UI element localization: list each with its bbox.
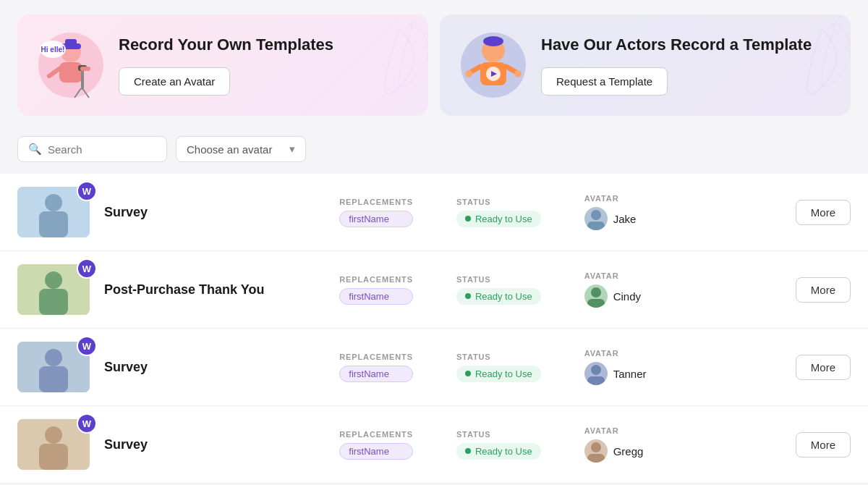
replacements-group: REPLACEMENTS firstName [339,275,413,305]
avatar-label: AVATAR [584,271,641,280]
avatar-label: AVATAR [584,349,647,358]
avatar-group-meta: AVATAR Cindy [584,271,641,308]
status-group: STATUS Ready to Use [456,430,541,460]
own-templates-banner: Hi elle! Record Your Own Templates Creat… [17,14,428,116]
avatar-name: Gregg [613,445,644,457]
template-thumb-wrap: W [17,264,90,315]
template-thumb-wrap: W [17,342,90,392]
svg-rect-3 [65,39,77,46]
template-meta: REPLACEMENTS firstName STATUS Ready to U… [339,349,781,385]
watermark-badge: W [77,181,97,201]
status-text: Ready to Use [475,291,532,302]
status-label: STATUS [456,275,541,284]
status-dot [465,293,471,299]
template-thumb-wrap: W [17,187,90,237]
template-meta: REPLACEMENTS firstName STATUS Ready to U… [339,271,781,308]
avatar-select-label: Choose an avatar [187,143,272,156]
replacements-group: REPLACEMENTS firstName [339,198,413,227]
right-banner-illustration [457,29,529,101]
template-row: W Survey REPLACEMENTS firstName STATUS R… [0,329,868,406]
status-label: STATUS [456,353,541,361]
status-label: STATUS [456,430,541,439]
status-badge: Ready to Use [456,288,541,305]
svg-rect-44 [587,376,605,385]
replacements-label: REPLACEMENTS [339,430,413,439]
template-list: W Survey REPLACEMENTS firstName STATUS R… [0,174,868,484]
svg-point-25 [830,23,835,28]
svg-point-43 [591,365,601,375]
template-thumb-wrap: W [17,419,90,470]
status-text: Ready to Use [475,446,532,457]
status-label: STATUS [456,198,541,206]
svg-text:Hi elle!: Hi elle! [41,46,65,54]
search-input-wrap[interactable]: 🔍 [17,136,167,162]
status-text: Ready to Use [475,214,532,224]
search-input[interactable] [48,143,156,156]
template-meta: REPLACEMENTS firstName STATUS Ready to U… [339,426,781,463]
avatar [584,362,608,385]
left-banner-deco [341,14,428,109]
watermark-badge: W [77,336,97,356]
svg-point-14 [423,46,426,48]
search-icon: 🔍 [28,143,42,156]
template-row: W Survey REPLACEMENTS firstName STATUS R… [0,406,868,484]
watermark-badge: W [77,258,97,279]
avatar [584,439,608,463]
template-name: Post-Purchase Thank You [104,282,325,298]
template-name: Survey [104,205,325,220]
filter-row: 🔍 Choose an avatar ▾ [0,130,868,174]
left-banner-illustration: Hi elle! [35,29,107,101]
status-group: STATUS Ready to Use [456,353,541,382]
svg-point-24 [514,70,522,77]
create-avatar-button[interactable]: Create an Avatar [119,67,230,96]
replacement-badge: firstName [339,288,413,305]
right-banner-deco [764,14,851,109]
status-group: STATUS Ready to Use [456,275,541,305]
avatar-name: Cindy [613,290,641,303]
template-meta: REPLACEMENTS firstName STATUS Ready to U… [339,194,781,230]
svg-rect-38 [587,299,605,308]
status-dot [465,216,471,222]
actor-templates-banner: Have Our Actors Record a Template Reques… [440,14,851,116]
replacements-label: REPLACEMENTS [339,353,413,361]
more-button[interactable]: More [796,277,851,303]
more-button[interactable]: More [796,432,851,457]
top-banners-section: Hi elle! Record Your Own Templates Creat… [0,0,868,130]
avatar [584,284,608,308]
avatar [584,207,608,230]
template-name: Survey [104,360,325,375]
status-text: Ready to Use [475,368,532,379]
avatar-group-meta: AVATAR Tanner [584,349,647,385]
watermark-badge: W [77,413,97,434]
status-dot [465,448,471,454]
svg-point-23 [465,70,472,77]
svg-point-31 [591,210,601,220]
request-template-button[interactable]: Request a Template [541,67,668,96]
replacement-badge: firstName [339,443,413,460]
svg-point-37 [591,287,601,298]
status-badge: Ready to Use [456,443,541,460]
avatar-group: Tanner [584,362,647,385]
status-group: STATUS Ready to Use [456,198,541,227]
replacement-badge: firstName [339,211,413,227]
svg-point-26 [846,46,848,48]
avatar-group: Cindy [584,284,641,308]
status-badge: Ready to Use [456,366,541,382]
replacements-group: REPLACEMENTS firstName [339,353,413,382]
template-name: Survey [104,437,325,452]
svg-rect-32 [587,222,605,230]
avatar-group-meta: AVATAR Gregg [584,426,644,463]
replacements-label: REPLACEMENTS [339,198,413,206]
template-row: W Post-Purchase Thank You REPLACEMENTS f… [0,251,868,329]
more-button[interactable]: More [796,200,851,225]
replacement-badge: firstName [339,366,413,382]
svg-point-49 [591,442,601,452]
more-button[interactable]: More [796,355,851,380]
template-row: W Survey REPLACEMENTS firstName STATUS R… [0,174,868,251]
avatar-group: Jake [584,207,637,230]
replacements-label: REPLACEMENTS [339,275,413,284]
svg-rect-5 [81,68,84,90]
avatar-name: Jake [613,213,637,225]
svg-point-13 [408,23,412,28]
avatar-select-dropdown[interactable]: Choose an avatar ▾ [176,136,306,162]
